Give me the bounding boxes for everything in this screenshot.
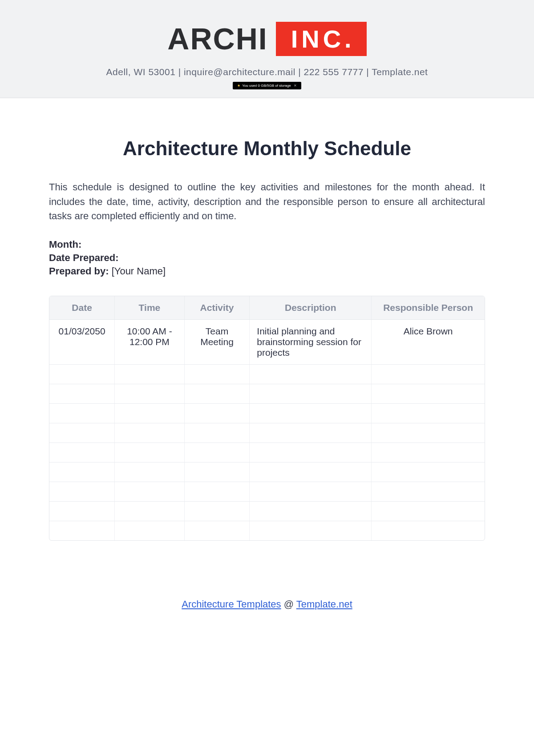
meta-date-prepared: Date Prepared: [49, 252, 485, 264]
td-description [250, 482, 372, 501]
td-responsible [372, 423, 485, 442]
td-description [250, 423, 372, 442]
logo: ARCHI INC. [167, 21, 366, 56]
td-time [115, 403, 184, 423]
td-description: Initial planning and brainstorming sessi… [250, 319, 372, 364]
table-row [49, 423, 485, 442]
td-date [49, 442, 115, 462]
td-date [49, 384, 115, 403]
td-time [115, 384, 184, 403]
td-activity [184, 501, 250, 521]
footer-link-templatenet[interactable]: Template.net [296, 599, 352, 610]
td-time [115, 423, 184, 442]
th-time: Time [115, 296, 184, 320]
td-description [250, 501, 372, 521]
td-activity [184, 482, 250, 501]
td-responsible [372, 364, 485, 384]
td-time: 10:00 AM - 12:00 PM [115, 319, 184, 364]
td-responsible [372, 442, 485, 462]
td-activity [184, 384, 250, 403]
close-icon[interactable]: ✕ [294, 84, 297, 88]
logo-text-right: INC. [276, 22, 367, 56]
td-time [115, 521, 184, 540]
table-row [49, 462, 485, 482]
page-title: Architecture Monthly Schedule [49, 137, 485, 160]
meta-prepared-by-value: [Your Name] [112, 265, 166, 277]
td-date: 01/03/2050 [49, 319, 115, 364]
td-description [250, 462, 372, 482]
table-row [49, 521, 485, 540]
td-responsible [372, 482, 485, 501]
th-responsible: Responsible Person [372, 296, 485, 320]
td-date [49, 403, 115, 423]
td-activity: Team Meeting [184, 319, 250, 364]
footer-link-templates[interactable]: Architecture Templates [182, 599, 281, 610]
td-time [115, 501, 184, 521]
td-responsible [372, 501, 485, 521]
logo-text-left: ARCHI [167, 21, 267, 56]
td-date [49, 501, 115, 521]
td-activity [184, 364, 250, 384]
th-activity: Activity [184, 296, 250, 320]
td-description [250, 521, 372, 540]
td-description [250, 364, 372, 384]
star-icon: ★ [237, 84, 240, 88]
td-date [49, 423, 115, 442]
schedule-table: Date Time Activity Description Responsib… [49, 296, 485, 541]
th-description: Description [250, 296, 372, 320]
td-description [250, 442, 372, 462]
td-responsible: Alice Brown [372, 319, 485, 364]
td-activity [184, 403, 250, 423]
td-responsible [372, 384, 485, 403]
contact-line: Adell, WI 53001 | inquire@architecture.m… [0, 67, 534, 77]
storage-pill[interactable]: ★You used 0 GB/5GB of storage✕ [233, 82, 301, 89]
meta-date-prepared-label: Date Prepared: [49, 252, 119, 263]
document-body: Architecture Monthly Schedule This sched… [0, 98, 534, 559]
storage-pill-text: You used 0 GB/5GB of storage [242, 84, 291, 88]
td-responsible [372, 462, 485, 482]
footer-separator: @ [281, 599, 296, 610]
table-row [49, 364, 485, 384]
schedule-table-wrap: Date Time Activity Description Responsib… [49, 296, 485, 541]
td-activity [184, 462, 250, 482]
td-activity [184, 521, 250, 540]
th-date: Date [49, 296, 115, 320]
td-time [115, 442, 184, 462]
document-header: ARCHI INC. Adell, WI 53001 | inquire@arc… [0, 0, 534, 98]
td-time [115, 462, 184, 482]
td-time [115, 482, 184, 501]
table-row [49, 442, 485, 462]
td-activity [184, 442, 250, 462]
td-time [115, 364, 184, 384]
table-header-row: Date Time Activity Description Responsib… [49, 296, 485, 320]
td-date [49, 482, 115, 501]
table-row [49, 501, 485, 521]
table-row [49, 482, 485, 501]
intro-paragraph: This schedule is designed to outline the… [49, 180, 485, 224]
td-description [250, 384, 372, 403]
table-row [49, 384, 485, 403]
td-description [250, 403, 372, 423]
meta-prepared-by: Prepared by: [Your Name] [49, 265, 485, 277]
td-activity [184, 423, 250, 442]
meta-month-label: Month: [49, 239, 81, 250]
table-row: 01/03/205010:00 AM - 12:00 PMTeam Meetin… [49, 319, 485, 364]
td-date [49, 462, 115, 482]
document-footer: Architecture Templates @ Template.net [0, 599, 534, 628]
table-row [49, 403, 485, 423]
td-date [49, 364, 115, 384]
meta-month: Month: [49, 239, 485, 250]
td-responsible [372, 403, 485, 423]
td-date [49, 521, 115, 540]
meta-prepared-by-label: Prepared by: [49, 265, 109, 277]
td-responsible [372, 521, 485, 540]
